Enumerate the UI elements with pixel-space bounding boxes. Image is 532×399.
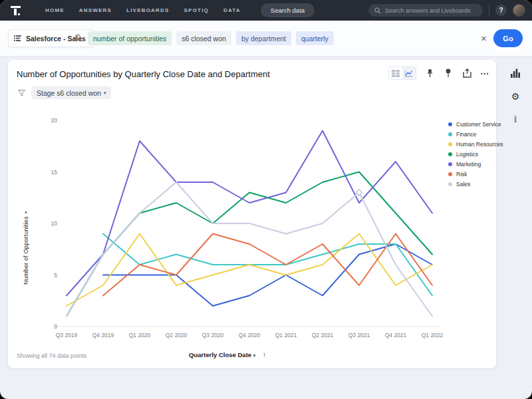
x-axis-title[interactable]: Quarterly Close Date ▾ ↑ [8, 351, 447, 358]
x-tick-label: Q1 2022 [422, 332, 444, 338]
data-source-icon [14, 35, 21, 42]
go-button[interactable]: Go [493, 29, 523, 47]
sort-ascending-icon[interactable]: ↑ [263, 351, 266, 358]
monitor-button[interactable] [443, 68, 454, 78]
search-token-bar[interactable]: number of opportunitiess6 closed wonby d… [88, 31, 334, 45]
thoughtspot-logo-icon[interactable] [9, 5, 23, 17]
x-tick-label: Q3 2020 [202, 332, 224, 338]
search-icon [74, 34, 82, 42]
series-line-finance[interactable] [103, 234, 432, 296]
x-tick-label: Q4 2019 [92, 332, 114, 338]
clear-search-icon[interactable]: ✕ [481, 35, 487, 43]
legend-item[interactable]: Human Resources [448, 141, 503, 148]
app-window: HOMEANSWERSLIVEBOARDSSPOTIQDATA Search d… [0, 0, 532, 399]
nav-menu: HOMEANSWERSLIVEBOARDSSPOTIQDATA [45, 7, 241, 13]
legend-item[interactable]: Sales [448, 181, 503, 188]
nav-item-data[interactable]: DATA [223, 7, 241, 13]
stage-filter-chip[interactable]: Stage s6 closed won ▾ [31, 86, 111, 99]
search-icon [374, 7, 381, 14]
search-token[interactable]: s6 closed won [176, 31, 231, 45]
y-tick-label: 5 [54, 272, 57, 279]
legend-swatch [448, 182, 452, 186]
chart-view-button[interactable] [402, 67, 416, 79]
legend-swatch [448, 132, 452, 136]
bar-chart-icon [511, 68, 520, 78]
filter-row: Stage s6 closed won ▾ [18, 86, 111, 99]
details-button[interactable]: i [509, 113, 522, 126]
help-button[interactable]: ? [495, 5, 507, 16]
legend-item[interactable]: Risk [448, 171, 503, 178]
legend-label: Sales [456, 181, 470, 188]
y-tick-label: 10 [51, 220, 58, 227]
chevron-down-icon: ▾ [23, 209, 29, 214]
global-search-placeholder: Search answers and Liveboards [385, 7, 471, 14]
search-token[interactable]: number of opportunities [88, 31, 172, 45]
y-tick-label: 0 [54, 323, 57, 330]
legend-item[interactable]: Logistics [448, 151, 503, 158]
legend-label: Customer Service [456, 121, 501, 128]
chart-legend: Customer ServiceFinanceHuman ResourcesLo… [448, 121, 503, 188]
view-toggle [388, 66, 416, 80]
search-token[interactable]: by department [236, 31, 291, 45]
series-line-marketing[interactable] [66, 131, 432, 296]
legend-label: Finance [456, 131, 476, 138]
x-tick-label: Q1 2020 [129, 332, 151, 338]
info-icon: i [514, 116, 517, 124]
answer-toolbar: ⋯ [388, 66, 489, 80]
answer-card: Number of Opportunities by Quarterly Clo… [8, 60, 496, 368]
chart-title: Number of Opportunities by Quarterly Clo… [17, 69, 270, 79]
nav-divider [489, 5, 489, 16]
gear-icon: ⚙ [511, 92, 520, 101]
x-tick-label: Q2 2020 [166, 332, 188, 338]
pin-to-liveboard-button[interactable] [424, 68, 435, 78]
legend-label: Risk [456, 171, 467, 178]
legend-item[interactable]: Marketing [448, 161, 503, 168]
search-token[interactable]: quarterly [296, 31, 334, 45]
line-chart-icon [405, 70, 413, 77]
x-tick-label: Q4 2021 [385, 332, 407, 338]
search-strip: Salesforce - Sales number of opportuniti… [0, 21, 532, 57]
global-search-input[interactable]: Search answers and Liveboards [368, 4, 483, 17]
legend-swatch [448, 122, 452, 126]
chart-type-button[interactable] [509, 66, 522, 80]
x-tick-label: Q3 2021 [348, 332, 370, 338]
legend-label: Human Resources [456, 141, 503, 148]
legend-swatch [448, 142, 452, 146]
legend-swatch [448, 152, 452, 156]
legend-item[interactable]: Finance [448, 131, 503, 138]
nav-item-home[interactable]: HOME [45, 7, 65, 13]
legend-label: Marketing [456, 161, 481, 168]
nav-item-answers[interactable]: ANSWERS [79, 7, 112, 13]
nav-item-liveboards[interactable]: LIVEBOARDS [126, 7, 169, 13]
table-icon [392, 70, 400, 77]
configure-button[interactable]: ⚙ [509, 90, 522, 103]
monitor-balloon-icon [444, 68, 452, 78]
more-menu-button[interactable]: ⋯ [480, 68, 489, 78]
x-tick-label: Q1 2021 [275, 332, 297, 338]
chevron-down-icon: ▾ [104, 90, 106, 96]
right-rail: ⚙ i [501, 66, 529, 126]
share-button[interactable] [462, 68, 472, 78]
top-nav: HOMEANSWERSLIVEBOARDSSPOTIQDATA Search d… [0, 0, 532, 21]
x-tick-label: Q3 2019 [56, 332, 78, 338]
share-icon [463, 68, 471, 78]
x-tick-label: Q4 2020 [239, 332, 261, 338]
x-tick-label: Q2 2021 [312, 332, 334, 338]
line-chart[interactable]: 05101520Q3 2019Q4 2019Q1 2020Q2 2020Q3 2… [31, 113, 446, 344]
series-line-customer-service[interactable] [103, 244, 432, 306]
chevron-down-icon: ▾ [253, 353, 256, 358]
y-tick-label: 15 [51, 169, 58, 176]
user-avatar[interactable] [513, 4, 525, 17]
filter-funnel-icon [18, 90, 25, 96]
legend-label: Logistics [456, 151, 478, 158]
legend-swatch [448, 172, 452, 176]
y-tick-label: 20 [51, 117, 58, 124]
legend-item[interactable]: Customer Service [448, 121, 503, 128]
search-data-button[interactable]: Search data [261, 3, 315, 17]
nav-item-spotiq[interactable]: SPOTIQ [184, 7, 209, 13]
y-axis-title[interactable]: Number of Opportunities ▾ [23, 165, 29, 285]
table-view-button[interactable] [389, 67, 402, 79]
legend-swatch [448, 162, 452, 166]
pin-icon [426, 68, 434, 78]
